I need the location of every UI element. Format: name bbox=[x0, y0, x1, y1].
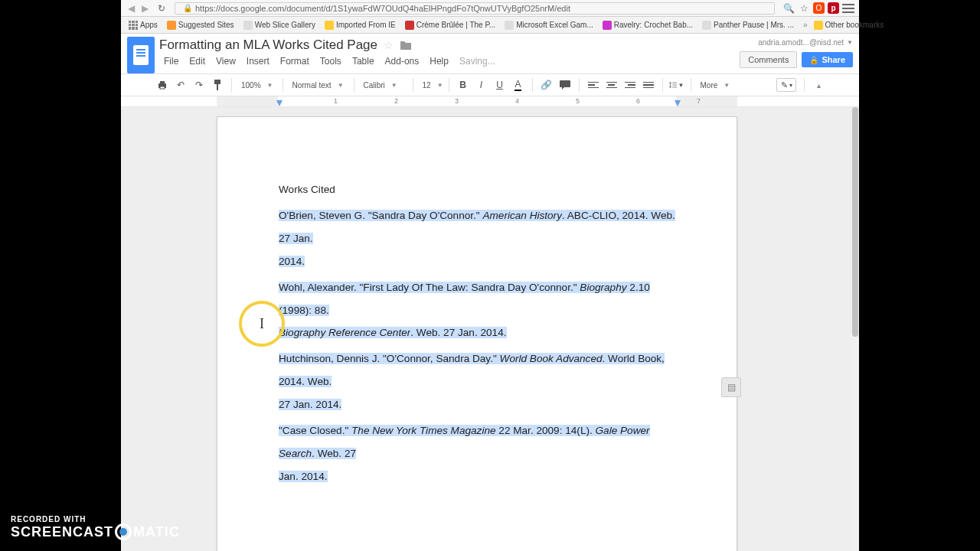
url-text: https://docs.google.com/document/d/1S1yw… bbox=[192, 2, 771, 15]
menu-bar: File Edit View Insert Format Tools Table… bbox=[159, 54, 740, 69]
svg-rect-4 bbox=[217, 84, 218, 90]
menu-table[interactable]: Table bbox=[348, 54, 379, 68]
extension-icon[interactable]: O bbox=[813, 2, 825, 14]
bookmark-item[interactable]: Crème Brûlée | The P... bbox=[402, 19, 498, 31]
bookmark-item[interactable]: Panther Pause | Mrs. ... bbox=[699, 19, 797, 31]
watermark-line1: RECORDED WITH bbox=[11, 515, 180, 523]
collapse-toolbar-icon[interactable]: ▴ bbox=[812, 81, 825, 90]
document-title[interactable]: Formatting an MLA Works Cited Page bbox=[159, 37, 377, 53]
favicon-icon bbox=[702, 21, 711, 30]
apps-button[interactable]: Apps bbox=[126, 19, 161, 31]
bookmark-item[interactable]: Imported From IE bbox=[322, 19, 399, 31]
font-size-dropdown[interactable]: 12▼ bbox=[420, 81, 443, 90]
favicon-icon bbox=[325, 21, 334, 30]
bold-icon[interactable]: B bbox=[456, 77, 471, 93]
align-justify-icon[interactable] bbox=[641, 77, 656, 93]
menu-file[interactable]: File bbox=[159, 54, 183, 68]
comment-icon[interactable] bbox=[557, 77, 573, 93]
watermark-circle-icon bbox=[115, 523, 132, 540]
favicon-icon bbox=[603, 21, 612, 30]
saving-status: Saving... bbox=[455, 54, 500, 68]
folder-icon bbox=[814, 21, 823, 30]
document-page[interactable]: Works Cited O'Brien, Steven G. "Sandra D… bbox=[217, 116, 737, 551]
forward-icon[interactable]: ▶ bbox=[139, 3, 150, 14]
print-icon[interactable] bbox=[155, 77, 170, 93]
citation-line: O'Brien, Steven G. "Sandra Day O'Connor.… bbox=[279, 204, 675, 273]
bookmark-item[interactable]: Ravelry: Crochet Bab... bbox=[599, 19, 696, 31]
zoom-icon[interactable]: 🔍 bbox=[782, 2, 795, 15]
bookmark-item[interactable]: Suggested Sites bbox=[164, 19, 237, 31]
bookmarks-bar: Apps Suggested Sites Web Slice Gallery I… bbox=[121, 17, 859, 34]
favicon-icon bbox=[505, 21, 514, 30]
svg-rect-2 bbox=[160, 86, 165, 89]
other-bookmarks[interactable]: Other bookmarks bbox=[811, 19, 887, 31]
document-canvas: Works Cited O'Brien, Steven G. "Sandra D… bbox=[121, 107, 859, 551]
chrome-menu-icon[interactable] bbox=[842, 4, 854, 13]
favicon-icon bbox=[405, 21, 414, 30]
menu-format[interactable]: Format bbox=[276, 54, 314, 68]
move-folder-icon[interactable] bbox=[400, 40, 412, 51]
underline-icon[interactable]: U bbox=[492, 77, 508, 93]
star-icon[interactable]: ☆ bbox=[384, 39, 394, 51]
pinterest-icon[interactable]: p bbox=[828, 2, 839, 14]
reload-icon[interactable]: ↻ bbox=[156, 3, 167, 14]
align-right-icon[interactable] bbox=[622, 77, 638, 93]
align-left-icon[interactable] bbox=[586, 77, 601, 93]
watermark-brand-b: MATIC bbox=[133, 524, 180, 540]
apps-icon bbox=[129, 21, 138, 30]
address-bar[interactable]: 🔒 https://docs.google.com/document/d/1S1… bbox=[175, 2, 775, 15]
favicon-icon bbox=[167, 21, 176, 30]
lock-icon: 🔒 bbox=[183, 4, 192, 13]
explore-icon[interactable]: ▤ bbox=[721, 377, 741, 397]
favicon-icon bbox=[243, 21, 253, 30]
svg-rect-3 bbox=[214, 80, 220, 84]
docs-logo-icon[interactable] bbox=[127, 37, 155, 73]
svg-rect-1 bbox=[160, 81, 165, 83]
line-spacing-icon[interactable]: ▼ bbox=[669, 77, 684, 93]
lock-icon: 🔒 bbox=[809, 56, 818, 64]
docs-header: Formatting an MLA Works Cited Page ☆ Fil… bbox=[121, 34, 859, 73]
redo-icon[interactable]: ↷ bbox=[191, 77, 207, 93]
undo-icon[interactable]: ↶ bbox=[173, 77, 188, 93]
vertical-scrollbar[interactable] bbox=[851, 107, 859, 551]
text-style-dropdown[interactable]: Normal text▼ bbox=[289, 81, 348, 90]
browser-nav-bar: ◀ ▶ ↻ 🔒 https://docs.google.com/document… bbox=[121, 0, 859, 17]
paint-format-icon[interactable] bbox=[210, 77, 225, 93]
link-icon[interactable]: 🔗 bbox=[539, 77, 554, 93]
citation-line: Wohl, Alexander. "First Lady Of The Law:… bbox=[279, 276, 675, 345]
watermark: RECORDED WITH SCREENCAST MATIC bbox=[11, 515, 180, 540]
comments-button[interactable]: Comments bbox=[740, 51, 797, 68]
menu-addons[interactable]: Add-ons bbox=[381, 54, 424, 68]
bookmark-star-icon[interactable]: ☆ bbox=[798, 2, 810, 15]
menu-edit[interactable]: Edit bbox=[185, 54, 210, 68]
align-center-icon[interactable] bbox=[604, 77, 619, 93]
user-account[interactable]: andria.amodt...@nisd.net▼ bbox=[758, 38, 853, 47]
font-dropdown[interactable]: Calibri▼ bbox=[361, 81, 407, 90]
bookmark-overflow-icon[interactable]: » bbox=[803, 21, 808, 29]
menu-tools[interactable]: Tools bbox=[315, 54, 346, 68]
editing-mode-button[interactable]: ✎ ▾ bbox=[776, 78, 796, 92]
svg-rect-5 bbox=[560, 80, 570, 87]
share-button[interactable]: 🔒Share bbox=[802, 52, 853, 67]
menu-insert[interactable]: Insert bbox=[242, 54, 274, 68]
more-button[interactable]: More▼ bbox=[697, 81, 733, 90]
heading-text: Works Cited bbox=[279, 178, 675, 201]
bookmark-item[interactable]: Web Slice Gallery bbox=[240, 19, 318, 31]
italic-icon[interactable]: I bbox=[474, 77, 489, 93]
text-color-icon[interactable]: A bbox=[511, 77, 526, 93]
citation-line: "Case Closed." The New York Times Magazi… bbox=[279, 419, 675, 488]
citation-line: Hutchinson, Dennis J. "O'Connor, Sandra … bbox=[279, 347, 675, 416]
highlight-circle-icon: I bbox=[239, 301, 285, 347]
menu-help[interactable]: Help bbox=[425, 54, 453, 68]
zoom-dropdown[interactable]: 100%▼ bbox=[238, 81, 276, 90]
bookmark-item[interactable]: Microsoft Excel Gam... bbox=[501, 19, 596, 31]
ruler[interactable]: 1 2 3 4 5 6 7 bbox=[121, 96, 859, 107]
scrollbar-thumb[interactable] bbox=[852, 107, 858, 337]
watermark-brand-a: SCREENCAST bbox=[11, 524, 113, 540]
toolbar: ↶ ↷ 100%▼ Normal text▼ Calibri▼ 12▼ B I … bbox=[121, 73, 859, 96]
menu-view[interactable]: View bbox=[211, 54, 240, 68]
back-icon[interactable]: ◀ bbox=[126, 3, 136, 14]
